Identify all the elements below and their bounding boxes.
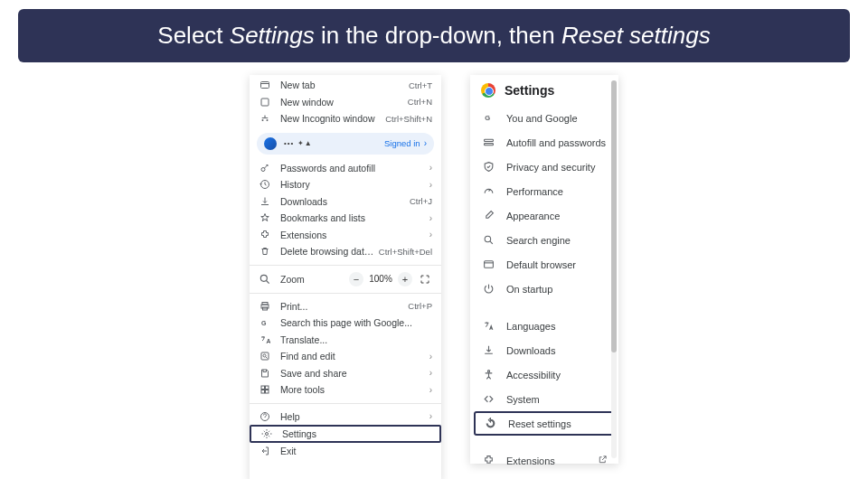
settings-extensions[interactable]: Extensions <box>470 448 618 473</box>
save-icon <box>259 367 271 380</box>
settings-search-engine[interactable]: Search engine <box>470 228 618 252</box>
avatar <box>264 137 277 150</box>
settings-label: Languages <box>495 321 608 332</box>
menu-label: Search this page with Google... <box>271 317 432 328</box>
extensions-icon <box>259 229 271 241</box>
svg-point-9 <box>263 354 266 357</box>
menu-label: History <box>271 179 426 190</box>
zoom-value: 100% <box>369 274 392 284</box>
zoom-icon <box>259 273 271 286</box>
shield-icon <box>481 161 495 173</box>
chevron-right-icon: › <box>426 411 432 421</box>
settings-default-browser[interactable]: Default browser <box>470 252 618 277</box>
scrollbar-thumb[interactable] <box>611 80 617 352</box>
menu-save-share[interactable]: Save and share › <box>250 365 441 382</box>
signed-in-status: Signed in <box>384 138 424 148</box>
menu-label: Bookmarks and lists <box>271 212 426 223</box>
chevron-right-icon: › <box>424 138 427 148</box>
gear-icon <box>260 427 273 440</box>
menu-label: Translate... <box>271 334 432 345</box>
menu-label: Save and share <box>271 368 426 379</box>
settings-label: Autofill and passwords <box>495 137 608 148</box>
settings-label: On startup <box>495 284 608 295</box>
new-tab-icon <box>259 79 271 91</box>
menu-label: New Incognito window <box>271 113 382 124</box>
menu-downloads[interactable]: Downloads Ctrl+J <box>250 193 441 211</box>
menu-exit[interactable]: Exit <box>250 443 441 460</box>
translate-icon <box>259 333 271 346</box>
settings-performance[interactable]: Performance <box>470 179 618 203</box>
menu-label: Exit <box>271 446 432 456</box>
settings-label: Extensions <box>495 456 594 466</box>
zoom-out-button[interactable]: − <box>349 272 363 286</box>
settings-about[interactable]: About Chrome <box>470 473 618 479</box>
search-icon <box>481 234 495 246</box>
settings-title: Settings <box>495 83 554 98</box>
menu-label: Passwords and autofill <box>271 163 426 174</box>
scrollbar-track[interactable] <box>611 80 617 458</box>
menu-history[interactable]: History › <box>250 176 441 193</box>
svg-rect-13 <box>266 390 269 394</box>
palette-icon <box>481 210 495 221</box>
svg-point-19 <box>485 236 491 242</box>
shortcut: Ctrl+T <box>405 80 432 90</box>
history-icon <box>259 178 271 191</box>
settings-label: Downloads <box>495 345 608 356</box>
menu-label: Delete browsing data... <box>271 246 375 257</box>
menu-zoom: Zoom − 100% + <box>250 268 441 290</box>
settings-reset[interactable]: Reset settings <box>474 411 615 436</box>
autofill-icon <box>481 136 495 148</box>
speedometer-icon <box>481 185 495 197</box>
svg-rect-8 <box>261 352 269 360</box>
menu-bookmarks[interactable]: Bookmarks and lists › <box>250 210 441 227</box>
svg-point-3 <box>260 275 267 281</box>
chevron-right-icon: › <box>426 385 432 395</box>
chrome-dropdown-menu: New tab Ctrl+T New window Ctrl+N New Inc… <box>250 75 441 479</box>
menu-new-window[interactable]: New window Ctrl+N <box>250 94 441 111</box>
settings-system[interactable]: System <box>470 387 618 411</box>
settings-label: Reset settings <box>497 418 606 429</box>
menu-search-google[interactable]: G Search this page with Google... <box>250 315 441 332</box>
svg-rect-20 <box>484 261 493 268</box>
menu-passwords[interactable]: Passwords and autofill › <box>250 160 441 177</box>
chrome-logo-icon <box>481 83 495 98</box>
divider <box>250 293 441 294</box>
menu-help[interactable]: Help › <box>250 409 441 426</box>
menu-new-tab[interactable]: New tab Ctrl+T <box>250 77 441 94</box>
menu-delete-data[interactable]: Delete browsing data... Ctrl+Shift+Del <box>250 243 441 260</box>
settings-on-startup[interactable]: On startup <box>470 277 618 301</box>
more-tools-icon <box>259 383 271 396</box>
menu-more-tools[interactable]: More tools › <box>250 381 441 399</box>
fullscreen-button[interactable] <box>418 272 432 286</box>
print-icon <box>259 300 271 313</box>
menu-find-edit[interactable]: Find and edit › <box>250 348 441 365</box>
menu-translate[interactable]: Translate... <box>250 332 441 349</box>
zoom-in-button[interactable]: + <box>398 272 412 286</box>
instruction-banner: Select Settings in the drop-down, then R… <box>18 9 850 62</box>
settings-label: Appearance <box>495 211 608 221</box>
menu-print[interactable]: Print... Ctrl+P <box>250 298 441 315</box>
settings-label: Default browser <box>495 259 608 270</box>
settings-you-google[interactable]: G You and Google <box>470 106 618 130</box>
settings-downloads[interactable]: Downloads <box>470 338 618 362</box>
settings-label: Accessibility <box>495 370 608 380</box>
system-icon <box>481 393 495 405</box>
settings-appearance[interactable]: Appearance <box>470 203 618 228</box>
svg-text:G: G <box>485 114 490 122</box>
menu-new-incognito[interactable]: New Incognito window Ctrl+Shift+N <box>250 110 441 127</box>
settings-languages[interactable]: Languages <box>470 314 618 338</box>
settings-accessibility[interactable]: Accessibility <box>470 362 618 387</box>
chrome-settings-sidebar: Settings G You and Google Autofill and p… <box>470 75 618 464</box>
chevron-right-icon: › <box>426 230 432 240</box>
settings-autofill-passwords[interactable]: Autofill and passwords <box>470 130 618 155</box>
menu-extensions[interactable]: Extensions › <box>250 227 441 244</box>
zoom-label: Zoom <box>271 274 349 285</box>
divider <box>250 265 441 266</box>
account-pill[interactable]: ••• ✦▲ Signed in › <box>257 133 434 155</box>
reset-icon <box>483 418 497 429</box>
settings-privacy[interactable]: Privacy and security <box>470 155 618 179</box>
menu-settings[interactable]: Settings <box>250 425 441 443</box>
star-icon <box>259 211 271 224</box>
settings-label: Privacy and security <box>495 162 608 173</box>
shortcut: Ctrl+N <box>404 97 432 107</box>
